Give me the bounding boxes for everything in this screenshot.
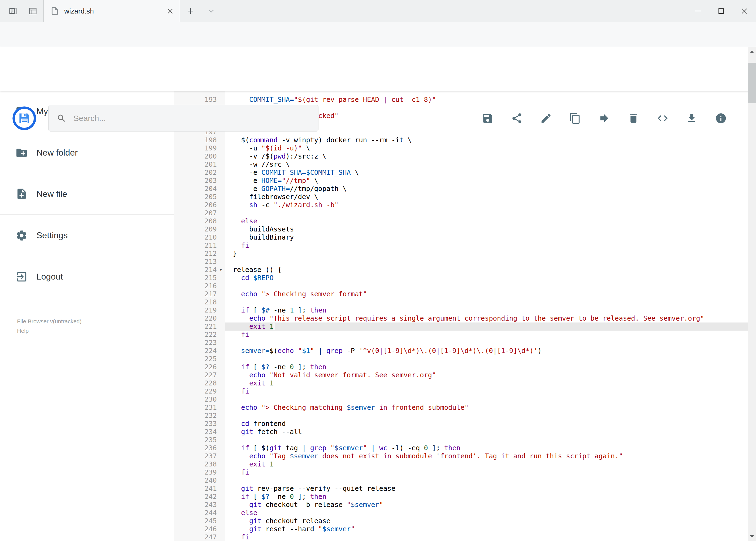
code-line[interactable]: git reset --hard "$semver" xyxy=(225,525,748,533)
info-button[interactable] xyxy=(715,112,727,124)
copy-button[interactable] xyxy=(569,112,581,124)
code-line[interactable]: echo "> Checking matching $semver in fro… xyxy=(225,403,748,412)
code-line[interactable]: exit 1 xyxy=(225,322,748,330)
code-line[interactable]: git rev-parse --verify --quiet release xyxy=(225,485,748,493)
code-line[interactable]: semver=$(echo "$1" | grep -P '^v(0|[1-9]… xyxy=(225,347,748,355)
code-line[interactable]: else xyxy=(225,509,748,517)
code-line[interactable]: fi xyxy=(225,330,748,339)
code-line[interactable]: sh -c "./wizard.sh -b" xyxy=(225,201,748,209)
editor-code[interactable]: COMMIT_SHA="$(git rev-parse HEAD | cut -… xyxy=(225,91,748,541)
sidebar-item-label: Settings xyxy=(36,231,68,241)
code-line[interactable]: release () { xyxy=(225,266,748,274)
search-input[interactable] xyxy=(74,114,310,123)
code-line[interactable]: -e GOPATH=//tmp/gopath \ xyxy=(225,185,748,193)
code-line[interactable]: echo "> Checking semver format" xyxy=(225,290,748,298)
code-line[interactable]: if [ $(git tag | grep "$semver" | wc -l)… xyxy=(225,444,748,452)
search-icon xyxy=(57,114,66,123)
code-line[interactable]: if [ $# -ne 1 ]; then xyxy=(225,306,748,314)
code-line[interactable]: git checkout release xyxy=(225,517,748,525)
gutter-line-number: 234 xyxy=(174,428,225,436)
code-line[interactable] xyxy=(225,476,748,485)
save-button[interactable] xyxy=(482,112,494,124)
code-line[interactable]: echo "Tag $semver does not exist in subm… xyxy=(225,452,748,460)
gutter-line-number: 235 xyxy=(174,436,225,444)
tab-title: wizard.sh xyxy=(64,7,167,15)
app-header xyxy=(0,47,756,91)
code-view-button[interactable] xyxy=(657,112,668,124)
code-line[interactable]: git fetch --all xyxy=(225,428,748,436)
code-line[interactable]: else xyxy=(225,217,748,225)
move-arrow-icon xyxy=(599,112,610,124)
code-line[interactable] xyxy=(225,258,748,266)
code-line[interactable]: $(command -v winpty) docker run --rm -it… xyxy=(225,136,748,144)
create-new-folder-icon xyxy=(15,147,28,159)
edit-button[interactable] xyxy=(540,112,552,124)
new-file-icon xyxy=(15,188,28,200)
code-line[interactable] xyxy=(225,282,748,290)
code-line[interactable]: git checkout -b release "$semver" xyxy=(225,501,748,509)
code-line[interactable]: } xyxy=(225,250,748,258)
code-line[interactable]: exit 1 xyxy=(225,379,748,387)
sidebar-item-settings[interactable]: Settings xyxy=(0,215,174,256)
code-line[interactable]: echo "Not valid semver format. See semve… xyxy=(225,371,748,379)
sidebar-item-new-folder[interactable]: New folder xyxy=(0,132,174,174)
code-line[interactable]: filebrowser/dev \ xyxy=(225,193,748,201)
gutter-line-number: 198 xyxy=(174,136,225,144)
scrollbar-down-button[interactable] xyxy=(748,532,756,541)
sidebar-item-new-file[interactable]: New file xyxy=(0,174,174,215)
search-box[interactable] xyxy=(48,105,319,132)
code-line[interactable]: echo "This release script requires a sin… xyxy=(225,314,748,322)
code-line[interactable]: cd $REPO xyxy=(225,274,748,282)
help-link[interactable]: Help xyxy=(17,326,82,335)
code-line[interactable] xyxy=(225,209,748,217)
tab-list-chevron-button[interactable] xyxy=(203,0,219,22)
app-version-text: File Browser v(untracked) xyxy=(17,316,82,326)
code-line[interactable] xyxy=(225,395,748,403)
code-line[interactable] xyxy=(225,412,748,420)
code-line[interactable]: cd frontend xyxy=(225,420,748,428)
code-line[interactable] xyxy=(225,355,748,363)
code-line[interactable]: fi xyxy=(225,242,748,250)
code-line[interactable] xyxy=(225,298,748,306)
code-line[interactable]: if [ $? -ne 0 ]; then xyxy=(225,363,748,371)
gutter-line-number: 221 xyxy=(174,322,225,330)
code-line[interactable]: buildAssets xyxy=(225,225,748,234)
share-button[interactable] xyxy=(511,112,523,124)
sidebar-item-logout[interactable]: Logout xyxy=(0,256,174,297)
scrollbar-thumb[interactable] xyxy=(748,63,756,103)
scrollbar-up-button[interactable] xyxy=(748,47,756,56)
code-line[interactable]: if [ $? -ne 0 ]; then xyxy=(225,493,748,501)
code-line[interactable] xyxy=(225,339,748,347)
code-line[interactable]: -v /$(pwd):/src:z \ xyxy=(225,152,748,161)
browser-tab[interactable]: wizard.sh xyxy=(44,0,180,22)
code-line[interactable]: buildBinary xyxy=(225,234,748,242)
set-tabs-aside-button[interactable] xyxy=(5,0,21,22)
download-button[interactable] xyxy=(686,112,698,124)
delete-button[interactable] xyxy=(628,112,639,124)
gutter-line-number: 224 xyxy=(174,347,225,355)
code-line[interactable]: fi xyxy=(225,533,748,541)
code-line[interactable]: COMMIT_SHA="$(git rev-parse HEAD | cut -… xyxy=(225,96,748,104)
code-line[interactable]: -u "$(id -u)" \ xyxy=(225,144,748,152)
tab-close-button[interactable] xyxy=(167,8,173,14)
move-button[interactable] xyxy=(599,112,610,124)
filebrowser-logo[interactable] xyxy=(12,106,36,131)
gutter-line-number: 203 xyxy=(174,177,225,185)
page-scrollbar[interactable] xyxy=(748,47,756,541)
tab-preview-button[interactable] xyxy=(25,0,41,22)
download-icon xyxy=(686,112,698,124)
code-line[interactable] xyxy=(225,436,748,444)
code-line[interactable]: fi xyxy=(225,468,748,476)
code-line[interactable]: -w //src \ xyxy=(225,161,748,169)
code-line[interactable]: -e HOME="//tmp" \ xyxy=(225,177,748,185)
close-button[interactable] xyxy=(733,0,756,22)
new-tab-button[interactable] xyxy=(182,0,199,22)
code-editor[interactable]: 1931941951961971981992002012022032042052… xyxy=(174,91,748,541)
minimize-button[interactable] xyxy=(686,0,710,22)
maximize-button[interactable] xyxy=(710,0,733,22)
code-line[interactable]: -e COMMIT_SHA=$COMMIT_SHA \ xyxy=(225,169,748,177)
code-line[interactable]: exit 1 xyxy=(225,460,748,468)
settings-gear-icon xyxy=(15,229,28,242)
fold-marker-icon[interactable]: ▾ xyxy=(217,266,225,274)
code-line[interactable]: fi xyxy=(225,387,748,395)
